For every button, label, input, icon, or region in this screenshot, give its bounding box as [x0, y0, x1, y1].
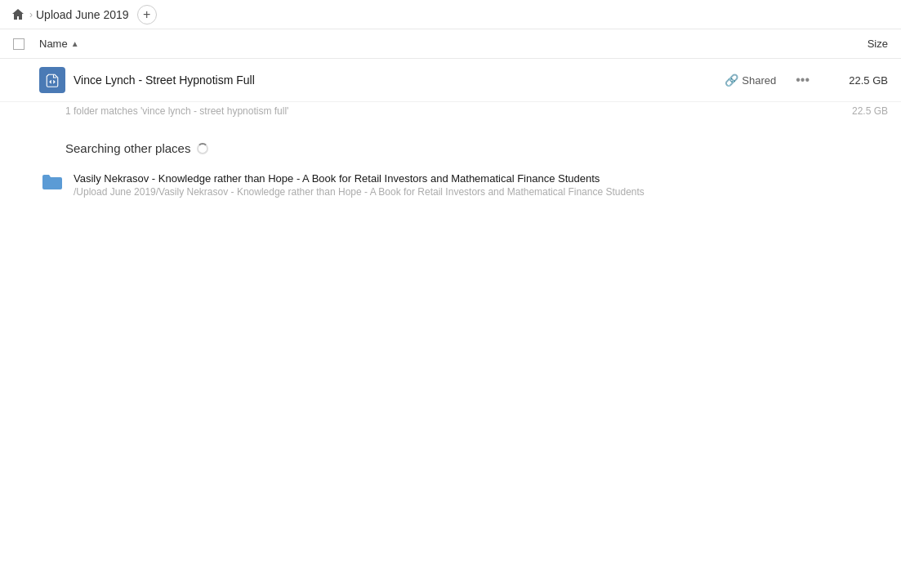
home-icon[interactable]	[10, 7, 26, 23]
sort-arrow-icon: ▲	[71, 39, 79, 48]
size-column-header[interactable]: Size	[823, 38, 888, 50]
breadcrumb-bar: › Upload June 2019 +	[0, 0, 901, 29]
more-options-icon[interactable]: •••	[789, 69, 816, 91]
main-result-row[interactable]: Vince Lynch - Street Hypnotism Full 🔗 Sh…	[0, 59, 901, 102]
size-header-label: Size	[868, 38, 888, 50]
file-icon	[39, 67, 65, 93]
other-places-title: Searching other places	[65, 141, 190, 155]
other-result-row[interactable]: Vasily Nekrasov - Knowledge rather than …	[0, 165, 901, 204]
match-hint-container: 1 folder matches 'vince lynch - street h…	[0, 102, 901, 125]
folder-icon	[41, 172, 64, 197]
other-result-name: Vasily Nekrasov - Knowledge rather than …	[74, 172, 888, 185]
match-hint-size: 22.5 GB	[852, 105, 888, 117]
other-result-path: /Upload June 2019/Vasily Nekrasov - Know…	[74, 186, 888, 198]
folder-icon-wrap	[39, 172, 65, 198]
other-places-header: Searching other places	[0, 125, 901, 165]
add-button[interactable]: +	[137, 5, 157, 24]
header-checkbox-area[interactable]	[13, 38, 33, 50]
select-all-checkbox[interactable]	[13, 38, 25, 50]
shared-badge: 🔗 Shared	[725, 74, 776, 87]
match-hint-text: 1 folder matches 'vince lynch - street h…	[65, 105, 288, 117]
file-size: 22.5 GB	[823, 74, 888, 87]
column-header-row: Name ▲ Size	[0, 29, 901, 59]
link-icon: 🔗	[725, 74, 738, 87]
name-column-header[interactable]: Name ▲	[39, 38, 823, 50]
breadcrumb-title: Upload June 2019	[36, 8, 129, 21]
other-result-text: Vasily Nekrasov - Knowledge rather than …	[74, 172, 888, 198]
name-header-label: Name	[39, 38, 68, 50]
loading-spinner	[197, 143, 208, 154]
shared-label: Shared	[742, 74, 776, 87]
result-name: Vince Lynch - Street Hypnotism Full	[74, 74, 725, 87]
breadcrumb-arrow: ›	[29, 9, 33, 20]
